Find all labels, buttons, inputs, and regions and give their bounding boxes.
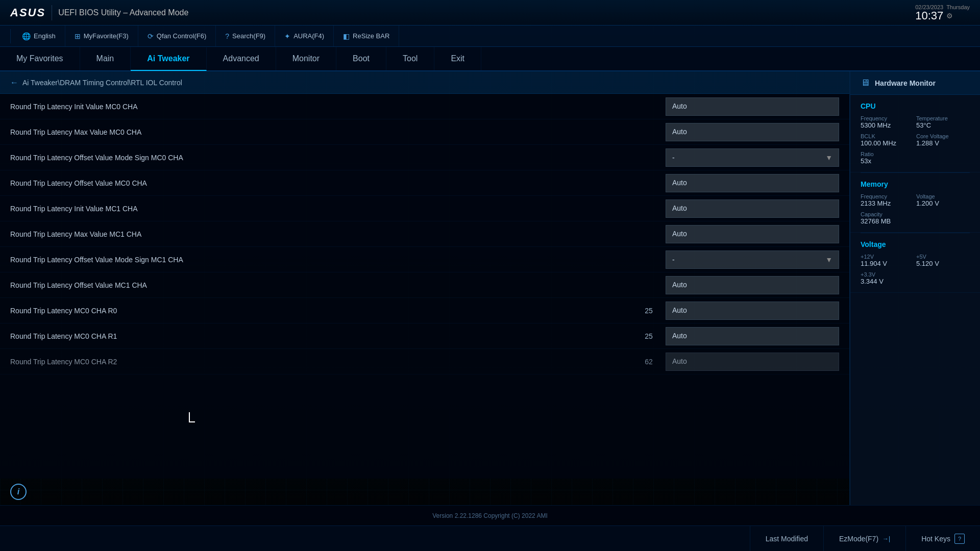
cpu-ratio-value: 53x [861,157,914,165]
control-input-auto[interactable]: Auto [666,353,839,371]
info-icon[interactable]: i [10,484,27,500]
setting-control: Auto [666,123,839,141]
control-input-auto[interactable]: Auto [666,327,839,345]
hotkeys-button[interactable]: Hot Keys ? [905,526,980,551]
toolbar: 🌐 English ⊞ MyFavorite(F3) ⟳ Qfan Contro… [0,26,980,47]
toolbar-qfan[interactable]: ⟳ Qfan Control(F6) [138,26,216,46]
control-select[interactable]: - ▼ [666,148,839,167]
control-input-auto[interactable]: Auto [666,123,839,141]
bios-title: UEFI BIOS Utility – Advanced Mode [58,8,188,17]
cpu-temperature-value: 53°C [916,121,970,129]
header-divider [52,5,52,20]
breadcrumb-text: Ai Tweaker\DRAM Timing Control\RTL IOL C… [22,79,182,87]
setting-control: - ▼ [666,148,839,167]
toolbar-resizebar[interactable]: ◧ ReSize BAR [334,26,399,46]
tab-exit[interactable]: Exit [434,47,481,70]
voltage-5v-label: +5V [916,254,970,260]
memory-capacity: Capacity 32768 MB [861,211,914,225]
setting-number: 62 [636,358,662,366]
cpu-section-title: CPU [861,102,970,110]
toolbar-myfavorite-label: MyFavorite(F3) [84,32,129,40]
setting-row-rtl-offset-mode-mc1-cha: Round Trip Latency Offset Value Mode Sig… [0,247,849,272]
toolbar-aura[interactable]: ✦ AURA(F4) [275,26,334,46]
setting-row-rtl-offset-mc1-cha: Round Trip Latency Offset Value MC1 CHA … [0,272,849,298]
cpu-bclk-label: BCLK [861,133,914,139]
toolbar-english-label: English [34,32,56,40]
voltage-stats-grid: +12V 11.904 V +5V 5.120 V +3.3V 3.344 V [861,254,970,285]
voltage-33v: +3.3V 3.344 V [861,271,914,285]
time-display: 10:37 ⚙ [915,10,953,21]
setting-row-rtl-max-mc0-cha: Round Trip Latency Max Value MC0 CHA Aut… [0,119,849,145]
settings-icon[interactable]: ⚙ [946,12,953,19]
tab-advanced[interactable]: Advanced [207,47,276,70]
setting-label: Round Trip Latency Init Value MC1 CHA [10,205,666,213]
toolbar-myfavorite[interactable]: ⊞ MyFavorite(F3) [65,26,138,46]
setting-control: Auto [666,97,839,116]
logo-area: ASUS UEFI BIOS Utility – Advanced Mode [10,5,188,20]
memory-voltage: Voltage 1.200 V [916,193,970,207]
toolbar-resizebar-label: ReSize BAR [353,32,389,40]
setting-row-rtl-mc0-cha-r1: Round Trip Latency MC0 CHA R1 25 Auto [0,323,849,349]
ezmode-label: EzMode(F7) [839,535,878,543]
control-select[interactable]: - ▼ [666,251,839,269]
question-icon: ? [225,32,229,40]
voltage-12v-label: +12V [861,254,914,260]
setting-label: Round Trip Latency Init Value MC0 CHA [10,103,666,111]
tab-main[interactable]: Main [80,47,131,70]
setting-control: Auto [666,302,839,320]
ezmode-icon: →| [883,535,890,542]
voltage-33v-value: 3.344 V [861,278,914,285]
memory-capacity-value: 32768 MB [861,217,914,225]
footer-buttons: Last Modified EzMode(F7) →| Hot Keys ? [0,525,980,551]
setting-row-rtl-offset-mc0-cha: Round Trip Latency Offset Value MC0 CHA … [0,170,849,196]
tab-tool[interactable]: Tool [386,47,434,70]
setting-label: Round Trip Latency MC0 CHA R1 [10,332,636,340]
control-input-auto[interactable]: Auto [666,302,839,320]
tab-monitor[interactable]: Monitor [276,47,336,70]
tab-ai-tweaker[interactable]: Ai Tweaker [131,47,206,71]
memory-frequency: Frequency 2133 MHz [861,193,914,207]
tab-boot[interactable]: Boot [336,47,386,70]
memory-capacity-label: Capacity [861,211,914,217]
control-input-auto[interactable]: Auto [666,174,839,192]
memory-stats-grid: Frequency 2133 MHz Voltage 1.200 V Capac… [861,193,970,225]
chevron-down-icon: ▼ [825,154,832,162]
setting-row-rtl-offset-mode-mc0-cha: Round Trip Latency Offset Value Mode Sig… [0,145,849,170]
voltage-33v-label: +3.3V [861,271,914,278]
setting-number: 25 [636,307,662,315]
cpu-ratio: Ratio 53x [861,151,914,165]
cpu-core-voltage: Core Voltage 1.288 V [916,133,970,147]
setting-label: Round Trip Latency Offset Value Mode Sig… [10,256,666,264]
left-panel: ← Ai Tweaker\DRAM Timing Control\RTL IOL… [0,71,850,505]
toolbar-search[interactable]: ? Search(F9) [216,26,275,46]
fan-icon: ⟳ [148,32,154,40]
cpu-temperature-label: Temperature [916,115,970,121]
main-area: ← Ai Tweaker\DRAM Timing Control\RTL IOL… [0,71,980,505]
voltage-section-title: Voltage [861,240,970,248]
control-input-auto[interactable]: Auto [666,225,839,243]
control-input-auto[interactable]: Auto [666,97,839,116]
voltage-5v: +5V 5.120 V [916,254,970,267]
setting-row-rtl-mc0-cha-r0: Round Trip Latency MC0 CHA R0 25 Auto [0,298,849,323]
cpu-frequency: Frequency 5300 MHz [861,115,914,129]
toolbar-english[interactable]: 🌐 English [13,26,65,46]
ezmode-button[interactable]: EzMode(F7) →| [823,526,905,551]
tab-favorites[interactable]: My Favorites [0,47,80,70]
setting-row-rtl-max-mc1-cha: Round Trip Latency Max Value MC1 CHA Aut… [0,221,849,247]
setting-control: - ▼ [666,251,839,269]
cpu-ratio-label: Ratio [861,151,914,157]
memory-frequency-label: Frequency [861,193,914,199]
voltage-12v-value: 11.904 V [861,260,914,267]
hardware-monitor-panel: 🖥 Hardware Monitor CPU Frequency 5300 MH… [850,71,980,505]
control-input-auto[interactable]: Auto [666,199,839,218]
back-arrow[interactable]: ← [10,78,18,87]
setting-control: Auto [666,276,839,294]
settings-list[interactable]: Round Trip Latency Init Value MC0 CHA Au… [0,94,849,479]
nav-tabs: My Favorites Main Ai Tweaker Advanced Mo… [0,47,980,71]
setting-label: Round Trip Latency Max Value MC0 CHA [10,128,666,136]
setting-control: Auto [666,174,839,192]
last-modified-button[interactable]: Last Modified [750,526,823,551]
control-input-auto[interactable]: Auto [666,276,839,294]
setting-row-rtl-mc0-cha-r2: Round Trip Latency MC0 CHA R2 62 Auto [0,349,849,374]
toolbar-qfan-label: Qfan Control(F6) [157,32,207,40]
